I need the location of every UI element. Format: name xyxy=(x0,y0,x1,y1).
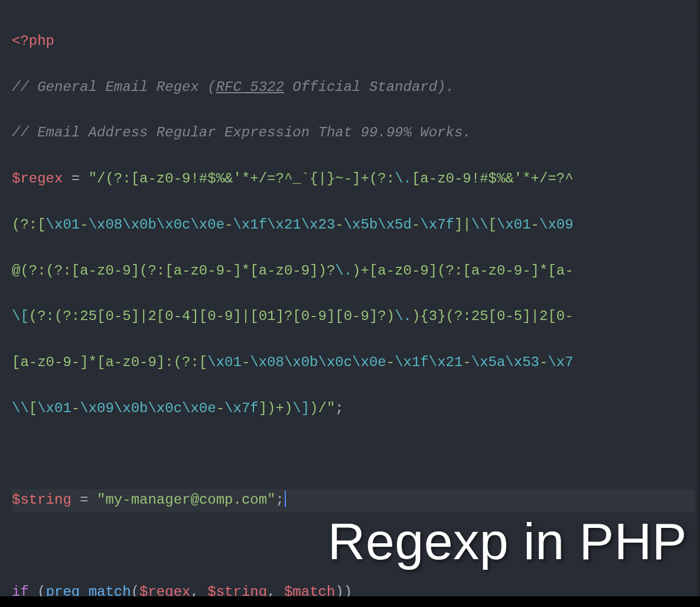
string-literal: "my-manager@comp.com" xyxy=(97,492,275,508)
code-line-active: $string = "my-manager@comp.com"; xyxy=(12,489,695,512)
code-line: (?:[\x01-\x08\x0b\x0c\x0e-\x1f\x21\x23-\… xyxy=(12,214,695,237)
code-line: <?php xyxy=(12,30,695,53)
code-line: [a-z0-9-]*[a-z0-9]:(?:[\x01-\x08\x0b\x0c… xyxy=(12,351,695,374)
text-cursor xyxy=(285,491,286,507)
shadow-decoration xyxy=(0,596,700,607)
comment-text: // General Email Regex (RFC 5322 Officia… xyxy=(12,79,454,95)
variable: $regex xyxy=(12,171,63,187)
variable: $string xyxy=(12,492,71,508)
overlay-title: Regexp in PHP xyxy=(328,511,687,572)
comment-text: // Email Address Regular Expression That… xyxy=(12,125,471,141)
code-line: \\[\x01-\x09\x0b\x0c\x0e-\x7f])+)\])/"; xyxy=(12,397,695,420)
code-line: // Email Address Regular Expression That… xyxy=(12,122,695,145)
code-line: // General Email Regex (RFC 5322 Officia… xyxy=(12,76,695,99)
code-line xyxy=(12,443,695,466)
shadow-decoration xyxy=(695,0,700,607)
code-line: $regex = "/(?:[a-z0-9!#$%&'*+/=?^_`{|}~-… xyxy=(12,168,695,191)
php-open-tag: <?php xyxy=(12,33,54,49)
code-line: @(?:(?:[a-z0-9](?:[a-z0-9-]*[a-z0-9])?\.… xyxy=(12,260,695,283)
code-line: \[(?:(?:25[0-5]|2[0-4][0-9]|[01]?[0-9][0… xyxy=(12,305,695,328)
